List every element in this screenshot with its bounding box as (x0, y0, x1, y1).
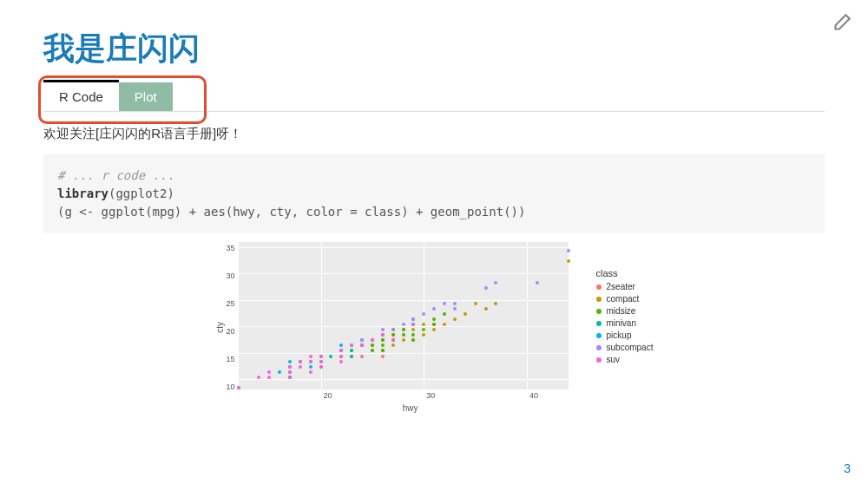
data-point (257, 376, 260, 379)
legend-label: pickup (607, 330, 632, 340)
data-point (402, 338, 405, 342)
tab-plot[interactable]: Plot (119, 82, 173, 111)
data-point (319, 365, 323, 369)
data-point (381, 349, 385, 352)
data-point (309, 355, 312, 358)
legend-dot (596, 285, 602, 290)
data-point (411, 328, 415, 331)
y-tick-label: 20 (227, 327, 235, 336)
data-point (422, 323, 425, 326)
data-point (309, 360, 312, 363)
legend-dot (596, 309, 602, 314)
data-point (288, 376, 292, 379)
legend-dot (596, 345, 602, 350)
edit-icon[interactable] (830, 12, 852, 35)
x-tick-label: 30 (426, 391, 435, 400)
data-point (360, 338, 364, 342)
legend-label: suv (607, 355, 621, 364)
data-point (432, 307, 436, 311)
data-point (567, 259, 570, 263)
data-point (381, 343, 385, 347)
data-point (391, 338, 395, 342)
data-point (484, 286, 488, 290)
y-axis-label: cty (215, 322, 225, 333)
data-point (288, 360, 292, 363)
data-point (411, 317, 415, 321)
data-point (381, 328, 385, 331)
data-point (288, 365, 292, 369)
code-line: (g <- ggplot(mpg) + aes(hwy, cty, color … (57, 205, 525, 219)
data-point (391, 328, 395, 331)
data-point (360, 343, 364, 347)
data-point (402, 333, 405, 337)
code-text: (ggplot2) (108, 186, 174, 200)
data-point (329, 355, 332, 358)
data-point (391, 343, 395, 347)
data-point (267, 376, 271, 379)
data-point (432, 328, 436, 331)
data-point (350, 355, 353, 358)
data-point (484, 307, 488, 311)
legend-item: 2seater (596, 282, 654, 291)
x-tick-label: 20 (324, 391, 332, 400)
data-point (422, 328, 425, 331)
data-point (567, 249, 570, 252)
data-point (237, 386, 240, 389)
data-point (402, 323, 405, 326)
legend-title: class (596, 268, 654, 278)
legend-dot (596, 333, 602, 338)
legend-item: suv (596, 355, 654, 364)
page-title: 我是庄闪闪 (43, 28, 825, 70)
data-point (443, 302, 446, 305)
data-point (494, 302, 497, 305)
data-point (494, 281, 497, 285)
data-point (339, 343, 343, 347)
legend-label: subcompact (607, 343, 654, 352)
data-point (422, 333, 425, 337)
data-point (339, 360, 343, 363)
x-axis-label: hwy (246, 403, 575, 413)
data-point (339, 349, 343, 352)
data-point (453, 302, 457, 305)
legend: class 2seatercompactmidsizeminivanpickup… (596, 242, 654, 367)
legend-item: subcompact (596, 343, 654, 352)
data-point (432, 323, 436, 326)
tab-rcode[interactable]: R Code (43, 80, 119, 111)
y-tick-label: 15 (227, 355, 235, 363)
data-point (536, 281, 539, 285)
data-point (464, 312, 467, 316)
data-point (319, 355, 323, 358)
data-point (350, 349, 353, 352)
y-tick-label: 35 (227, 244, 235, 252)
data-point (309, 370, 312, 374)
legend-item: midsize (596, 306, 654, 316)
legend-label: 2seater (607, 282, 635, 291)
y-tick-label: 25 (227, 299, 235, 308)
data-point (381, 338, 385, 342)
x-axis-ticks: 203040 (246, 391, 575, 402)
code-block: # ... r code ... library(ggplot2) (g <- … (43, 154, 825, 233)
data-point (267, 370, 271, 374)
y-tick-label: 30 (227, 271, 235, 280)
data-point (299, 365, 302, 369)
data-point (371, 349, 374, 352)
data-point (381, 333, 385, 337)
legend-label: minivan (607, 318, 636, 328)
legend-dot (596, 297, 602, 302)
data-point (411, 323, 415, 326)
code-comment: # ... r code ... (57, 168, 174, 182)
data-point (443, 323, 446, 326)
legend-dot (596, 357, 602, 363)
data-point (309, 365, 312, 369)
code-keyword: library (57, 186, 108, 200)
data-point (319, 360, 323, 363)
data-point (453, 317, 457, 321)
data-point (432, 317, 436, 321)
data-point (381, 355, 385, 358)
tabs: R Code Plot (43, 82, 825, 112)
data-point (391, 333, 395, 337)
subtitle-text: 欢迎关注[庄闪闪的R语言手册]呀！ (43, 126, 825, 142)
data-point (371, 338, 374, 342)
data-point (453, 307, 457, 311)
data-point (411, 338, 415, 342)
